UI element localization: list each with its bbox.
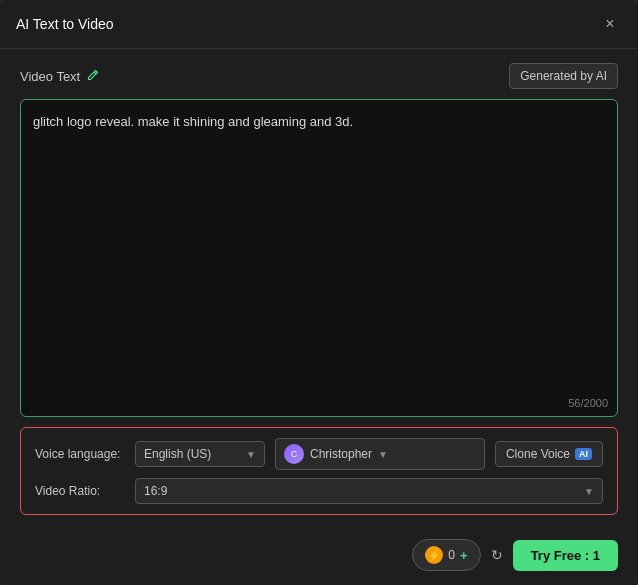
settings-section: Voice language: English (US) ▼ C Christo… — [20, 427, 618, 515]
window-title: AI Text to Video — [16, 16, 114, 32]
footer: ⚡ 0 + ↻ Try Free : 1 — [0, 529, 638, 585]
video-ratio-value: 16:9 — [144, 484, 167, 498]
credits-value: 0 — [448, 548, 455, 562]
char-count: 56/2000 — [568, 397, 608, 409]
video-text-label-group: Video Text — [20, 68, 100, 85]
video-text-header: Video Text Generated by AI — [20, 63, 618, 89]
clone-voice-label: Clone Voice — [506, 447, 570, 461]
credits-button[interactable]: ⚡ 0 + — [412, 539, 480, 571]
video-ratio-dropdown[interactable]: 16:9 ▼ — [135, 478, 603, 504]
video-ratio-label: Video Ratio: — [35, 484, 125, 498]
voice-name-dropdown[interactable]: C Christopher ▼ — [275, 438, 485, 470]
clone-voice-button[interactable]: Clone Voice AI — [495, 441, 603, 467]
video-text-input[interactable]: glitch logo reveal. make it shining and … — [20, 99, 618, 417]
chevron-down-icon-2: ▼ — [378, 449, 388, 460]
voice-name-value: Christopher — [310, 447, 372, 461]
video-text-label: Video Text — [20, 69, 80, 84]
video-ratio-row: Video Ratio: 16:9 ▼ — [35, 478, 603, 504]
voice-language-dropdown[interactable]: English (US) ▼ — [135, 441, 265, 467]
content-area: Video Text Generated by AI glitch logo r… — [0, 49, 638, 529]
textarea-wrapper: glitch logo reveal. make it shining and … — [20, 99, 618, 417]
close-button[interactable]: × — [598, 12, 622, 36]
ai-badge: AI — [575, 448, 592, 460]
edit-icon[interactable] — [86, 68, 100, 85]
voice-language-label: Voice language: — [35, 447, 125, 461]
voice-avatar: C — [284, 444, 304, 464]
generated-by-ai-button[interactable]: Generated by AI — [509, 63, 618, 89]
main-window: AI Text to Video × Video Text Generated … — [0, 0, 638, 585]
credits-icon: ⚡ — [425, 546, 443, 564]
refresh-button[interactable]: ↻ — [491, 547, 503, 563]
voice-settings-row: Voice language: English (US) ▼ C Christo… — [35, 438, 603, 470]
chevron-down-icon: ▼ — [246, 449, 256, 460]
title-bar: AI Text to Video × — [0, 0, 638, 49]
try-free-button[interactable]: Try Free : 1 — [513, 540, 618, 571]
plus-icon: + — [460, 548, 468, 563]
voice-language-value: English (US) — [144, 447, 211, 461]
chevron-down-icon-3: ▼ — [584, 486, 594, 497]
